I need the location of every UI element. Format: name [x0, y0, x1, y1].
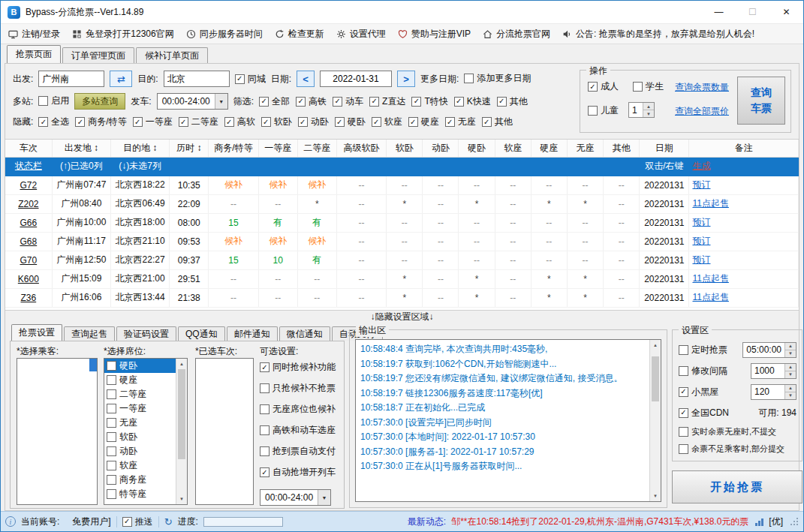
menu-item-7[interactable]: 公告: 抢票靠的是坚持，放弃就是给别人机会! [562, 28, 754, 41]
filter-checkbox-0[interactable]: ✓全部 [259, 95, 290, 108]
booking-link[interactable]: 11点起售 [689, 269, 799, 288]
booking-link[interactable]: 预订 [689, 176, 799, 194]
hide-checkbox-11[interactable]: ✓其他 [482, 116, 513, 128]
bottom-tab-验证码设置[interactable]: 验证码设置 [116, 326, 176, 341]
output-scrollbar[interactable]: ▲▼ [649, 340, 661, 501]
status-note-link[interactable]: 生成 [689, 157, 799, 176]
bottom-tab-微信通知[interactable]: 微信通知 [279, 326, 330, 341]
column-header[interactable]: 出发地 ↕ [52, 140, 110, 157]
seat-option[interactable]: 动卧 [104, 444, 176, 458]
column-header[interactable]: 硬卧 [459, 140, 495, 157]
filter-checkbox-3[interactable]: ✓Z直达 [369, 95, 405, 108]
filter-checkbox-5[interactable]: ✓K快速 [454, 95, 491, 108]
scroll-up-icon[interactable]: ▲ [176, 359, 187, 369]
destination-input[interactable] [164, 71, 230, 87]
column-header[interactable]: 其他 [604, 140, 640, 157]
spinner-down-icon[interactable]: ▼ [785, 371, 796, 378]
add-more-dates-checkbox[interactable]: 添加更多日期 [464, 72, 531, 85]
table-row[interactable]: K600广州15:09北京西21:0029:51--------*--*--**… [5, 269, 799, 288]
column-header[interactable]: 二等座 [297, 140, 336, 157]
setting-checkbox-0[interactable]: 定时抢票 [679, 344, 727, 356]
column-header[interactable]: 历时 ↕ [170, 140, 209, 157]
column-header[interactable]: 一等座 [258, 140, 297, 157]
column-header[interactable]: 高级软卧 [336, 140, 386, 157]
setting-checkbox-4[interactable]: 实时余票无座时,不提交 [679, 426, 776, 437]
hide-checkbox-0[interactable]: ✓全选 [38, 116, 69, 128]
bottom-tab-QQ通知[interactable]: QQ通知 [178, 326, 225, 341]
seat-option[interactable]: 商务座 [104, 473, 176, 487]
student-checkbox[interactable]: 学生 [633, 80, 664, 93]
seat-option[interactable]: 硬座 [104, 373, 176, 387]
hide-checkbox-2[interactable]: ✓一等座 [133, 116, 173, 128]
seat-option[interactable]: 特等座 [104, 487, 176, 501]
hide-checkbox-5[interactable]: ✓软卧 [261, 116, 292, 128]
setting-spinner[interactable]: 1000▲▼ [751, 363, 796, 379]
table-row[interactable]: G70广州南12:50北京西22:2709:371510有-----------… [5, 251, 799, 269]
seat-option[interactable]: 二等座 [104, 387, 176, 401]
booking-link[interactable]: 11点起售 [689, 194, 799, 213]
train-number-link[interactable]: Z202 [5, 194, 52, 213]
menu-item-4[interactable]: 设置代理 [336, 28, 386, 41]
filter-checkbox-6[interactable]: ✓其他 [497, 95, 528, 108]
optional-setting-checkbox[interactable]: ✓同时抢候补功能 [260, 361, 336, 374]
seat-list-scrollbar[interactable]: ▲▼ [176, 359, 187, 504]
optional-setting-checkbox[interactable]: 无座席位也候补 [260, 403, 336, 416]
train-number-link[interactable]: G66 [5, 213, 52, 232]
setting-spinner[interactable]: 120▲▼ [751, 384, 796, 400]
selected-trains-list[interactable] [195, 358, 254, 505]
same-city-checkbox[interactable]: ✓同城 [235, 73, 266, 86]
scroll-down-icon[interactable]: ▼ [650, 491, 661, 501]
close-button[interactable]: ✕ [769, 1, 803, 23]
swap-stations-button[interactable]: ⇄ [110, 71, 132, 87]
spinner-up-icon[interactable]: ▲ [785, 364, 796, 371]
hide-checkbox-6[interactable]: ✓动卧 [298, 116, 329, 128]
hide-checkbox-8[interactable]: ✓软座 [372, 116, 402, 128]
scrollbar-thumb[interactable] [652, 356, 659, 401]
filter-checkbox-4[interactable]: ✓T特快 [411, 95, 447, 108]
date-input[interactable] [320, 71, 392, 87]
booking-link[interactable]: 预订 [689, 213, 799, 232]
train-number-link[interactable]: G72 [5, 176, 52, 194]
menu-item-2[interactable]: 同步服务器时间 [186, 28, 263, 41]
bottom-tab-查询起售[interactable]: 查询起售 [64, 326, 115, 341]
booking-link[interactable]: 预订 [689, 251, 799, 269]
grab-time-select[interactable]: 00:00-24:00▼ [260, 489, 331, 506]
column-header[interactable]: 软卧 [387, 140, 423, 157]
tab-订单管理页面[interactable]: 订单管理页面 [62, 47, 134, 63]
hide-checkbox-1[interactable]: ✓商务/特等 [75, 116, 126, 128]
column-header[interactable]: 无座 [567, 140, 603, 157]
table-row[interactable]: Z36广州16:06北京西13:4421:38--------*--*--**-… [5, 288, 799, 307]
table-status-row[interactable]: 状态栏(↑)已选0列(↓)未选7列双击/右键生成 [5, 157, 799, 176]
optional-setting-checkbox[interactable]: 只抢候补不抢票 [260, 382, 336, 395]
query-all-prices-link[interactable]: 查询全部票价 [675, 105, 729, 118]
spinner-up-icon[interactable]: ▲ [785, 343, 796, 350]
seat-option[interactable]: 软卧 [104, 430, 176, 444]
resize-grip[interactable] [790, 517, 799, 526]
setting-checkbox-1[interactable]: 修改间隔 [679, 365, 727, 377]
menu-item-6[interactable]: 分流抢票官网 [483, 28, 550, 41]
menu-item-5[interactable]: 赞助与注册VIP [398, 28, 471, 41]
push-checkbox[interactable]: ✓推送 [122, 515, 153, 528]
table-row[interactable]: G66广州南10:00北京西18:0008:0015有有------------… [5, 213, 799, 232]
menu-item-0[interactable]: 注销/登录 [8, 28, 60, 41]
column-header[interactable]: 软座 [495, 140, 531, 157]
setting-spinner[interactable]: 05:00:00▲▼ [742, 342, 796, 358]
spinner-up-icon[interactable]: ▲ [643, 103, 654, 110]
status-train-cell[interactable]: 状态栏 [5, 157, 52, 176]
output-log[interactable]: 10:58:48:4 查询完毕, 本次查询共用时:435毫秒,10:58:19:… [355, 339, 661, 502]
query-remaining-tickets-link[interactable]: 查询余票数量 [675, 81, 729, 94]
hide-area-toggle[interactable]: ↓隐藏设置区域↓ [5, 311, 799, 323]
hide-checkbox-4[interactable]: ✓高软 [224, 116, 255, 128]
train-number-link[interactable]: G70 [5, 251, 52, 269]
spinner-up-icon[interactable]: ▲ [785, 385, 796, 392]
scrollbar-thumb[interactable] [89, 359, 97, 371]
hide-checkbox-9[interactable]: ✓硬座 [408, 116, 439, 128]
depart-time-select[interactable]: 00:00-24:00▼ [157, 93, 228, 110]
bottom-tab-抢票设置[interactable]: 抢票设置 [11, 324, 62, 341]
hide-checkbox-10[interactable]: ✓无座 [445, 116, 476, 128]
optional-setting-checkbox[interactable]: 高铁和动车选座 [260, 424, 336, 437]
column-header[interactable]: 商务/特等 [209, 140, 258, 157]
column-header[interactable]: 日期 [640, 140, 689, 157]
setting-checkbox-5[interactable]: 余票不足乘客时,部分提交 [679, 443, 784, 455]
setting-checkbox-2[interactable]: ✓小黑屋 [679, 386, 718, 398]
